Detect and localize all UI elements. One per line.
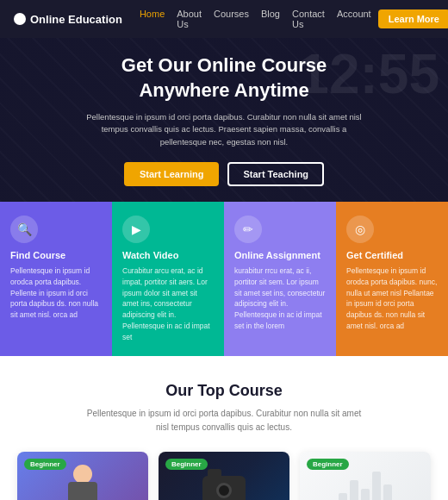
feature-desc-2: Curabitur arcu erat, ac id impat, portit…	[122, 266, 214, 342]
nav-links: Home About Us Courses Blog Contact Us Ac…	[140, 9, 371, 29]
camera-lens	[216, 483, 232, 498]
hero-heading: Get Our Online Course Anywhere Anytime	[121, 53, 327, 103]
courses-section-title: Our Top Course	[17, 382, 431, 400]
feature-title-3: Online Assignment	[234, 250, 326, 260]
feature-online-assignment: ✏ Online Assignment kurabitur rrcu erat,…	[224, 202, 336, 356]
watch-video-icon: ▶	[122, 216, 150, 243]
chart-bar-1	[339, 493, 347, 500]
course-badge-3: Beginner	[307, 459, 349, 470]
camera-illustration	[202, 476, 246, 500]
feature-desc-1: Pellentesque in ipsum id orodca porta da…	[10, 266, 102, 321]
logo-text: Online Education	[30, 13, 122, 26]
chart-bar-3	[361, 489, 370, 500]
camera-top	[208, 469, 221, 476]
features-row: 🔍 Find Course Pellentesque in ipsum id o…	[0, 202, 448, 356]
course-badge-2: Beginner	[165, 459, 208, 470]
feature-title-2: Watch Video	[122, 250, 214, 260]
start-teaching-button[interactable]: Start Teaching	[227, 162, 324, 186]
logo-icon	[14, 13, 26, 25]
logo[interactable]: Online Education	[14, 13, 122, 26]
find-course-icon: 🔍	[10, 216, 38, 243]
feature-title-4: Get Certified	[346, 250, 438, 260]
course-card-2[interactable]: Beginner PHOTOGRAPHY Photography Beginne…	[159, 452, 289, 500]
courses-grid: Beginner DESIGNING Adobe XD Mega Course …	[17, 452, 431, 500]
person-body	[68, 482, 97, 500]
feature-title-1: Find Course	[10, 250, 102, 260]
navbar: Online Education Home About Us Courses B…	[0, 0, 448, 38]
course-card-3[interactable]: Beginner MARKETING Marketing Basics Them…	[300, 452, 431, 500]
chart-bar-2	[350, 480, 358, 500]
start-learning-button[interactable]: Start Learning	[124, 162, 220, 186]
person-head	[73, 465, 92, 484]
nav-blog[interactable]: Blog	[261, 9, 280, 29]
feature-find-course: 🔍 Find Course Pellentesque in ipsum id o…	[0, 202, 112, 356]
online-assignment-icon: ✏	[234, 216, 262, 243]
feature-desc-3: kurabitur rrcu erat, ac ii, portitor sit…	[234, 266, 326, 332]
get-certified-icon: ◎	[346, 216, 374, 243]
chart-bar-4	[372, 472, 381, 500]
course-thumb-1: Beginner	[17, 452, 148, 500]
course-thumb-3: Beginner	[300, 452, 431, 500]
nav-about[interactable]: About Us	[177, 9, 202, 29]
nav-home[interactable]: Home	[140, 9, 165, 29]
chart-bar-5	[383, 484, 392, 500]
hero-section: 12:55 Get Our Online Course Anywhere Any…	[0, 38, 448, 202]
courses-section-description: Pellentesque in ipsum id orci porta dapi…	[86, 407, 362, 434]
nav-contact[interactable]: Contact Us	[292, 9, 325, 29]
feature-watch-video: ▶ Watch Video Curabitur arcu erat, ac id…	[112, 202, 224, 356]
feature-desc-4: Pellentesque in ipsum id orodca porta da…	[346, 266, 438, 332]
hero-buttons: Start Learning Start Teaching	[124, 162, 324, 186]
feature-get-certified: ◎ Get Certified Pellentesque in ipsum id…	[336, 202, 448, 356]
hero-description: Pellentesque in ipsum id orci porta dapi…	[86, 111, 362, 148]
course-badge-1: Beginner	[24, 459, 66, 470]
learn-more-button[interactable]: Learn More	[378, 9, 448, 28]
nav-account[interactable]: Account	[337, 9, 371, 29]
design-illustration	[65, 465, 100, 500]
course-thumb-2: Beginner	[159, 452, 289, 500]
course-card-1[interactable]: Beginner DESIGNING Adobe XD Mega Course …	[17, 452, 148, 500]
nav-courses[interactable]: Courses	[214, 9, 249, 29]
courses-section: Our Top Course Pellentesque in ipsum id …	[0, 356, 448, 500]
